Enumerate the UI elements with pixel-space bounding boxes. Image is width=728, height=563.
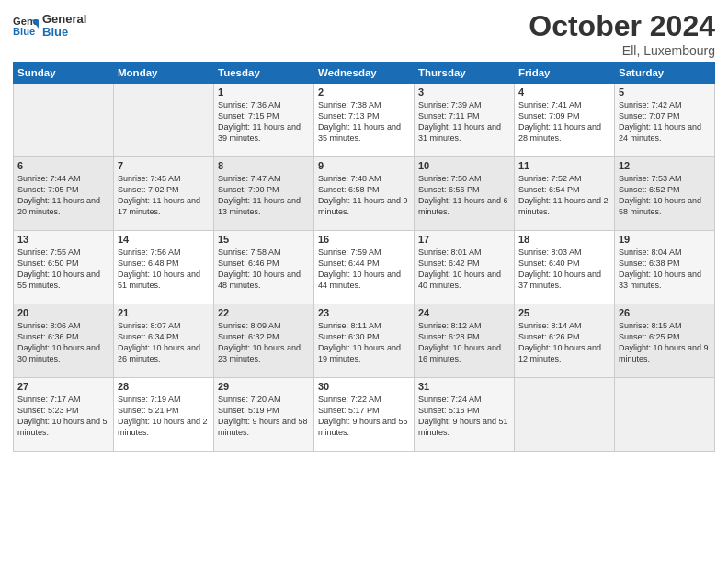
calendar-cell: 3Sunrise: 7:39 AMSunset: 7:11 PMDaylight…	[415, 84, 515, 157]
day-info: Sunrise: 8:14 AMSunset: 6:26 PMDaylight:…	[518, 320, 610, 365]
calendar-cell: 5Sunrise: 7:42 AMSunset: 7:07 PMDaylight…	[615, 84, 715, 157]
day-info: Sunrise: 8:04 AMSunset: 6:38 PMDaylight:…	[619, 247, 711, 292]
calendar-container: General Blue General Blue October 2024 E…	[0, 0, 728, 461]
calendar-cell: 19Sunrise: 8:04 AMSunset: 6:38 PMDayligh…	[615, 231, 715, 304]
calendar-week-2: 6Sunrise: 7:44 AMSunset: 7:05 PMDaylight…	[14, 157, 715, 231]
day-number: 30	[318, 381, 410, 392]
day-info: Sunrise: 7:52 AMSunset: 6:54 PMDaylight:…	[518, 173, 610, 218]
location: Ell, Luxembourg	[529, 43, 715, 58]
day-number: 24	[418, 307, 510, 318]
calendar-cell: 10Sunrise: 7:50 AMSunset: 6:56 PMDayligh…	[415, 157, 515, 231]
logo: General Blue General Blue	[13, 13, 86, 40]
day-info: Sunrise: 7:50 AMSunset: 6:56 PMDaylight:…	[418, 173, 510, 218]
day-number: 16	[318, 234, 410, 245]
day-number: 12	[619, 160, 711, 171]
calendar-cell: 30Sunrise: 7:22 AMSunset: 5:17 PMDayligh…	[314, 378, 415, 452]
day-number: 22	[218, 307, 310, 318]
day-number: 11	[518, 160, 610, 171]
calendar-cell: 11Sunrise: 7:52 AMSunset: 6:54 PMDayligh…	[515, 157, 615, 231]
logo-blue: Blue	[42, 26, 86, 39]
calendar-cell: 13Sunrise: 7:55 AMSunset: 6:50 PMDayligh…	[14, 231, 114, 304]
day-info: Sunrise: 7:45 AMSunset: 7:02 PMDaylight:…	[118, 173, 210, 218]
day-number: 29	[218, 381, 310, 392]
calendar-cell: 20Sunrise: 8:06 AMSunset: 6:36 PMDayligh…	[14, 304, 114, 378]
calendar-cell: 7Sunrise: 7:45 AMSunset: 7:02 PMDaylight…	[114, 157, 214, 231]
col-wednesday: Wednesday	[314, 63, 415, 84]
day-number: 15	[218, 234, 310, 245]
calendar-cell: 8Sunrise: 7:47 AMSunset: 7:00 PMDaylight…	[214, 157, 314, 231]
svg-text:Blue: Blue	[13, 27, 35, 38]
logo-general: General	[42, 13, 86, 26]
calendar-cell: 12Sunrise: 7:53 AMSunset: 6:52 PMDayligh…	[615, 157, 715, 231]
day-number: 9	[318, 160, 410, 171]
calendar-cell: 21Sunrise: 8:07 AMSunset: 6:34 PMDayligh…	[114, 304, 214, 378]
day-info: Sunrise: 7:19 AMSunset: 5:21 PMDaylight:…	[118, 394, 210, 439]
calendar-cell: 24Sunrise: 8:12 AMSunset: 6:28 PMDayligh…	[415, 304, 515, 378]
day-info: Sunrise: 7:44 AMSunset: 7:05 PMDaylight:…	[17, 173, 109, 218]
day-info: Sunrise: 7:17 AMSunset: 5:23 PMDaylight:…	[17, 394, 109, 439]
day-info: Sunrise: 7:39 AMSunset: 7:11 PMDaylight:…	[418, 99, 510, 144]
calendar-week-4: 20Sunrise: 8:06 AMSunset: 6:36 PMDayligh…	[14, 304, 715, 378]
calendar-cell: 9Sunrise: 7:48 AMSunset: 6:58 PMDaylight…	[314, 157, 415, 231]
day-info: Sunrise: 8:11 AMSunset: 6:30 PMDaylight:…	[318, 320, 410, 365]
calendar-cell: 18Sunrise: 8:03 AMSunset: 6:40 PMDayligh…	[515, 231, 615, 304]
calendar-cell: 14Sunrise: 7:56 AMSunset: 6:48 PMDayligh…	[114, 231, 214, 304]
col-friday: Friday	[515, 63, 615, 84]
calendar-week-5: 27Sunrise: 7:17 AMSunset: 5:23 PMDayligh…	[14, 378, 715, 452]
day-info: Sunrise: 7:42 AMSunset: 7:07 PMDaylight:…	[619, 99, 711, 144]
col-thursday: Thursday	[415, 63, 515, 84]
day-info: Sunrise: 8:03 AMSunset: 6:40 PMDaylight:…	[518, 247, 610, 292]
day-number: 21	[118, 307, 210, 318]
day-info: Sunrise: 8:15 AMSunset: 6:25 PMDaylight:…	[619, 320, 711, 365]
day-number: 4	[518, 86, 610, 98]
day-number: 18	[518, 234, 610, 245]
day-number: 3	[418, 86, 510, 98]
day-info: Sunrise: 7:55 AMSunset: 6:50 PMDaylight:…	[17, 247, 109, 292]
calendar-cell: 1Sunrise: 7:36 AMSunset: 7:15 PMDaylight…	[214, 84, 314, 157]
calendar-cell: 23Sunrise: 8:11 AMSunset: 6:30 PMDayligh…	[314, 304, 415, 378]
day-info: Sunrise: 8:01 AMSunset: 6:42 PMDaylight:…	[418, 247, 510, 292]
day-info: Sunrise: 7:56 AMSunset: 6:48 PMDaylight:…	[118, 247, 210, 292]
day-info: Sunrise: 7:22 AMSunset: 5:17 PMDaylight:…	[318, 394, 410, 439]
header: General Blue General Blue October 2024 E…	[13, 9, 715, 58]
calendar-cell: 4Sunrise: 7:41 AMSunset: 7:09 PMDaylight…	[515, 84, 615, 157]
day-number: 27	[17, 381, 109, 392]
day-info: Sunrise: 7:41 AMSunset: 7:09 PMDaylight:…	[518, 99, 610, 144]
calendar-cell: 27Sunrise: 7:17 AMSunset: 5:23 PMDayligh…	[14, 378, 114, 452]
day-number: 1	[218, 86, 310, 98]
day-number: 17	[418, 234, 510, 245]
day-number: 26	[619, 307, 711, 318]
day-info: Sunrise: 7:58 AMSunset: 6:46 PMDaylight:…	[218, 247, 310, 292]
calendar-cell: 17Sunrise: 8:01 AMSunset: 6:42 PMDayligh…	[415, 231, 515, 304]
day-number: 10	[418, 160, 510, 171]
day-number: 14	[118, 234, 210, 245]
calendar-cell: 6Sunrise: 7:44 AMSunset: 7:05 PMDaylight…	[14, 157, 114, 231]
day-info: Sunrise: 8:09 AMSunset: 6:32 PMDaylight:…	[218, 320, 310, 365]
day-number: 25	[518, 307, 610, 318]
header-row: Sunday Monday Tuesday Wednesday Thursday…	[14, 63, 715, 84]
day-number: 20	[17, 307, 109, 318]
day-number: 2	[318, 86, 410, 98]
day-number: 23	[318, 307, 410, 318]
calendar-cell: 29Sunrise: 7:20 AMSunset: 5:19 PMDayligh…	[214, 378, 314, 452]
day-info: Sunrise: 8:07 AMSunset: 6:34 PMDaylight:…	[118, 320, 210, 365]
day-info: Sunrise: 7:38 AMSunset: 7:13 PMDaylight:…	[318, 99, 410, 144]
calendar-cell	[515, 378, 615, 452]
col-saturday: Saturday	[615, 63, 715, 84]
day-info: Sunrise: 7:47 AMSunset: 7:00 PMDaylight:…	[218, 173, 310, 218]
col-monday: Monday	[114, 63, 214, 84]
day-number: 7	[118, 160, 210, 171]
calendar-cell	[114, 84, 214, 157]
day-info: Sunrise: 7:48 AMSunset: 6:58 PMDaylight:…	[318, 173, 410, 218]
calendar-cell: 22Sunrise: 8:09 AMSunset: 6:32 PMDayligh…	[214, 304, 314, 378]
calendar-cell: 2Sunrise: 7:38 AMSunset: 7:13 PMDaylight…	[314, 84, 415, 157]
day-number: 31	[418, 381, 510, 392]
day-info: Sunrise: 7:24 AMSunset: 5:16 PMDaylight:…	[418, 394, 510, 439]
day-number: 5	[619, 86, 711, 98]
day-number: 6	[17, 160, 109, 171]
calendar-cell: 16Sunrise: 7:59 AMSunset: 6:44 PMDayligh…	[314, 231, 415, 304]
calendar-cell: 15Sunrise: 7:58 AMSunset: 6:46 PMDayligh…	[214, 231, 314, 304]
calendar-cell	[14, 84, 114, 157]
col-tuesday: Tuesday	[214, 63, 314, 84]
day-info: Sunrise: 8:12 AMSunset: 6:28 PMDaylight:…	[418, 320, 510, 365]
